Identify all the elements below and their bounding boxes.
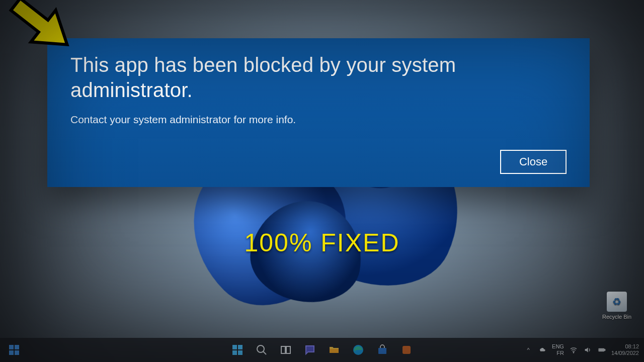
store-button[interactable] xyxy=(372,340,392,360)
svg-rect-11 xyxy=(281,346,285,353)
svg-rect-6 xyxy=(238,345,243,349)
close-button[interactable]: Close xyxy=(500,150,567,174)
edge-button[interactable] xyxy=(348,340,368,360)
svg-line-10 xyxy=(263,351,266,354)
desktop-icon-recycle-bin[interactable]: ♻ Recycle Bin xyxy=(601,292,633,320)
svg-rect-3 xyxy=(9,350,14,355)
start-button[interactable] xyxy=(227,340,248,360)
search-button[interactable] xyxy=(252,340,272,360)
svg-rect-7 xyxy=(232,350,237,355)
clock-date: 14/09/2022 xyxy=(611,350,639,356)
svg-rect-13 xyxy=(330,349,339,353)
svg-rect-8 xyxy=(238,350,243,355)
overlay-caption: 100% FIXED xyxy=(0,228,644,257)
svg-rect-20 xyxy=(599,349,603,351)
svg-rect-5 xyxy=(232,345,237,349)
network-icon[interactable] xyxy=(569,346,578,354)
chat-button[interactable] xyxy=(300,340,320,360)
svg-rect-4 xyxy=(15,350,19,355)
clock-time: 08:12 xyxy=(611,343,639,350)
volume-icon[interactable] xyxy=(583,346,592,354)
svg-rect-12 xyxy=(286,346,290,353)
desktop-viewport: ♻ Recycle Bin This app has been blocked … xyxy=(0,0,644,362)
svg-rect-19 xyxy=(604,349,605,351)
language-bottom: FR xyxy=(552,350,564,356)
task-view-button[interactable] xyxy=(276,340,296,360)
desktop-icon-label: Recycle Bin xyxy=(601,314,633,320)
file-explorer-button[interactable] xyxy=(324,340,344,360)
clock[interactable]: 08:12 14/09/2022 xyxy=(611,343,639,356)
svg-rect-1 xyxy=(9,345,14,349)
dialog-title: This app has been blocked by your system… xyxy=(70,52,567,103)
svg-rect-15 xyxy=(378,348,386,354)
taskbar: ^ ENG FR 08:12 14/09/2022 xyxy=(0,338,644,362)
pinned-app-button[interactable] xyxy=(396,340,417,360)
taskbar-center xyxy=(227,340,417,360)
blocked-app-dialog: This app has been blocked by your system… xyxy=(47,38,590,187)
widgets-button[interactable] xyxy=(4,340,24,360)
system-tray: ^ ENG FR 08:12 14/09/2022 xyxy=(524,338,639,362)
recycle-bin-icon: ♻ xyxy=(607,292,627,312)
tray-overflow-button[interactable]: ^ xyxy=(524,347,533,353)
svg-rect-2 xyxy=(15,345,19,349)
language-top: ENG xyxy=(552,343,564,350)
onedrive-icon[interactable] xyxy=(538,346,547,354)
svg-point-9 xyxy=(257,345,264,352)
dialog-subtitle: Contact your system administrator for mo… xyxy=(70,114,567,126)
language-indicator[interactable]: ENG FR xyxy=(552,343,564,356)
svg-point-17 xyxy=(573,352,574,353)
battery-icon[interactable] xyxy=(597,346,606,354)
svg-rect-16 xyxy=(403,346,411,354)
